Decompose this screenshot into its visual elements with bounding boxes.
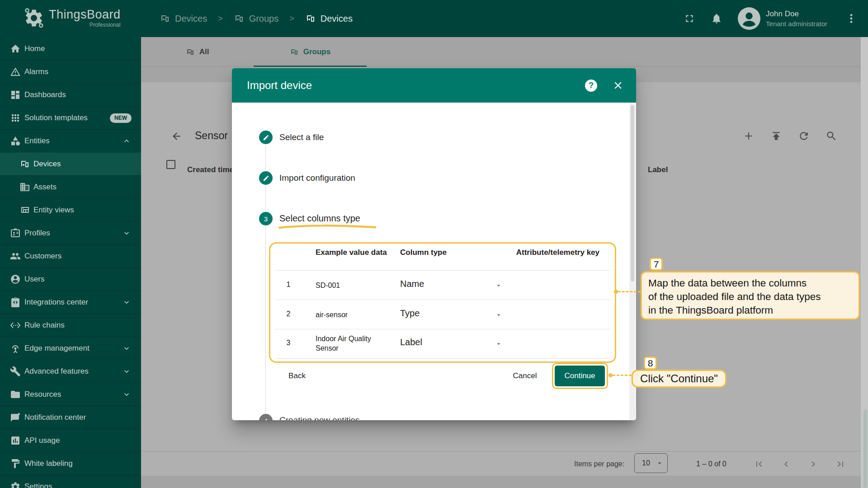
help-icon[interactable]: ?	[585, 80, 597, 92]
cancel-button[interactable]: Cancel	[503, 366, 547, 386]
back-arrow-icon[interactable]	[171, 131, 182, 142]
import-upload-icon[interactable]	[770, 130, 782, 142]
step4-label: Creating new entities	[279, 415, 359, 420]
new-badge: NEW	[110, 113, 132, 123]
dashboards-icon	[10, 89, 21, 100]
people-icon	[10, 251, 21, 262]
step3-circle[interactable]: 3	[259, 212, 273, 225]
tab-all[interactable]: All	[141, 37, 254, 67]
devices-group-icon	[290, 47, 299, 56]
sidebar-item-white-labeling[interactable]: White labeling	[0, 452, 141, 475]
building-icon	[19, 182, 30, 192]
table-highlight-box	[269, 242, 616, 363]
sidebar-item-integrations-center[interactable]: Integrations center	[0, 291, 141, 314]
first-page-icon[interactable]	[754, 459, 764, 469]
gear-icon	[10, 481, 21, 488]
sidebar-item-profiles[interactable]: Profiles	[0, 221, 141, 244]
user-avatar[interactable]	[738, 7, 760, 30]
edit-pencil-icon	[263, 175, 269, 182]
notifications-bell-icon[interactable]	[711, 13, 722, 24]
page-size-select[interactable]: 10	[634, 453, 668, 473]
dialog-header: Import device ?	[232, 68, 636, 103]
stepper-connector	[265, 145, 266, 170]
step1-circle[interactable]	[259, 131, 273, 144]
step4-circle: 4	[259, 414, 273, 420]
sidebar-item-entities[interactable]: Entities	[0, 129, 141, 152]
category-shapes-icon	[10, 136, 21, 146]
select-all-checkbox[interactable]	[166, 160, 175, 169]
back-button[interactable]: Back	[277, 366, 317, 386]
step2-label[interactable]: Import configuration	[279, 173, 355, 183]
sidebar-item-resources[interactable]: Resources	[0, 383, 141, 406]
last-page-icon[interactable]	[835, 459, 846, 469]
connector-dash	[613, 375, 632, 376]
devices-group-icon	[186, 47, 195, 56]
sidebar-item-customers[interactable]: Customers	[0, 244, 141, 267]
kebab-menu-icon[interactable]	[845, 13, 857, 24]
column-header-label[interactable]: Label	[648, 165, 668, 174]
refresh-icon[interactable]	[798, 130, 810, 142]
sidebar-item-edge-management[interactable]: Edge management	[0, 337, 141, 360]
devices-group-icon	[234, 13, 245, 24]
chevron-down-icon	[122, 344, 131, 353]
sidebar-item-solution-templates[interactable]: Solution templates NEW	[0, 106, 141, 129]
annotation-step-number-7: 7	[650, 258, 663, 271]
column-header-created-time[interactable]: Created time	[187, 165, 234, 174]
breadcrumb-separator: >	[289, 14, 294, 23]
chevron-down-icon	[122, 229, 131, 238]
sidebar-item-alarms[interactable]: Alarms	[0, 60, 141, 83]
antenna-icon	[10, 343, 21, 354]
sidebar-item-users[interactable]: Users	[0, 267, 141, 291]
chat-bubble-icon	[10, 412, 21, 423]
dropdown-arrow-icon	[656, 459, 664, 467]
tab-groups[interactable]: Groups	[254, 37, 367, 67]
sidebar-item-dashboards[interactable]: Dashboards	[0, 83, 141, 106]
view-quilt-icon	[19, 205, 30, 216]
sidebar-item-api-usage[interactable]: API usage	[0, 429, 141, 452]
integration-clipboard-icon	[10, 297, 21, 308]
sidebar-item-rule-chains[interactable]: Rule chains	[0, 314, 141, 337]
sidebar-scrollbar[interactable]	[863, 409, 867, 488]
devices-group-icon	[19, 159, 30, 169]
connector-dot	[614, 290, 618, 294]
paint-roller-icon	[10, 458, 21, 469]
step1-label[interactable]: Select a file	[279, 132, 324, 142]
user-info[interactable]: John Doe Tenant administrator	[766, 9, 827, 28]
sidebar-item-entity-views[interactable]: Entity views	[0, 198, 141, 221]
add-icon[interactable]	[743, 130, 755, 142]
sidebar-item-notification-center[interactable]: Notification center	[0, 406, 141, 429]
user-role: Tenant administrator	[766, 20, 827, 28]
fullscreen-icon[interactable]	[684, 13, 695, 24]
close-icon[interactable]	[612, 80, 624, 91]
sidebar-item-devices[interactable]: Devices	[0, 152, 141, 175]
code-brackets-icon	[10, 320, 21, 331]
thingsboard-app: ThingsBoard Professional Devices > Group…	[0, 0, 868, 488]
annotation-callout-8: Click "Continue"	[632, 370, 726, 388]
thingsboard-logo-icon	[24, 8, 44, 28]
app-logo[interactable]: ThingsBoard Professional	[24, 8, 121, 28]
breadcrumb-devices[interactable]: Devices	[160, 13, 207, 24]
breadcrumb-separator: >	[218, 14, 223, 23]
breadcrumb-groups[interactable]: Groups	[234, 13, 279, 24]
sidebar-item-settings[interactable]: Settings	[0, 475, 141, 488]
edit-pencil-icon	[263, 134, 269, 141]
next-page-icon[interactable]	[808, 459, 819, 469]
pagination-bar: Items per page: 10 1 – 0 of 0	[141, 451, 861, 476]
sidebar-item-assets[interactable]: Assets	[0, 175, 141, 198]
sidebar-item-home[interactable]: Home	[0, 37, 141, 60]
step2-circle[interactable]	[259, 171, 273, 185]
pagination-range: 1 – 0 of 0	[696, 460, 726, 468]
tools-icon	[10, 366, 21, 377]
search-icon[interactable]	[826, 130, 837, 142]
sidebar-item-advanced-features[interactable]: Advanced features	[0, 360, 141, 383]
sidebar-nav: Home Alarms Dashboards Solution template…	[0, 37, 141, 488]
group-title: Sensor	[195, 130, 228, 142]
chevron-up-icon	[122, 136, 131, 145]
apps-grid-icon	[10, 113, 21, 123]
breadcrumb-devices-current[interactable]: Devices	[305, 13, 353, 24]
topbar-actions: John Doe Tenant administrator	[684, 0, 868, 37]
prev-page-icon[interactable]	[781, 459, 792, 469]
chevron-down-icon	[122, 367, 131, 376]
warning-triangle-icon	[10, 66, 21, 77]
step3-label[interactable]: Select columns type	[279, 213, 360, 224]
